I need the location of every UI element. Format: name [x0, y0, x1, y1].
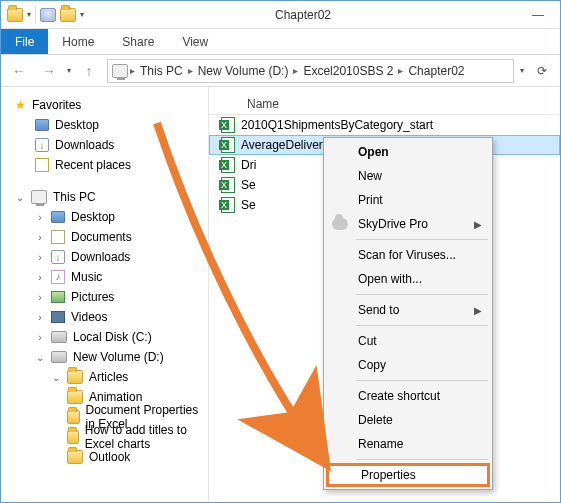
- menu-label: SkyDrive Pro: [358, 217, 428, 231]
- tree-item[interactable]: ›Videos: [5, 307, 204, 327]
- crumb-folder2[interactable]: Chapter02: [405, 64, 467, 78]
- menu-openwith[interactable]: Open with...: [326, 267, 490, 291]
- downloads-icon: ↓: [35, 138, 49, 152]
- star-icon: ★: [15, 98, 26, 112]
- menu-separator: [356, 459, 488, 460]
- menu-skydrive[interactable]: SkyDrive Pro ▶: [326, 212, 490, 236]
- pictures-icon: [51, 291, 65, 303]
- quick-access-toolbar: ▾ ▾: [1, 1, 90, 28]
- tab-home[interactable]: Home: [48, 29, 108, 54]
- column-name[interactable]: Name: [247, 97, 279, 111]
- tree-item[interactable]: Recent places: [5, 155, 204, 175]
- body: ★ Favorites Desktop ↓Downloads Recent pl…: [1, 87, 560, 502]
- excel-file-icon: [221, 177, 235, 193]
- new-folder-qat-icon[interactable]: [60, 8, 76, 22]
- menu-separator: [356, 294, 488, 295]
- column-header[interactable]: Name: [209, 93, 560, 115]
- tree-thispc[interactable]: ⌄ This PC: [5, 187, 204, 207]
- tree-item-newvolume[interactable]: ⌄New Volume (D:): [5, 347, 204, 367]
- file-name: 2010Q1ShipmentsByCategory_start: [241, 118, 433, 132]
- expand-icon[interactable]: ›: [35, 212, 45, 223]
- tab-share[interactable]: Share: [108, 29, 168, 54]
- breadcrumb-dropdown-icon[interactable]: ▾: [520, 66, 524, 75]
- file-row[interactable]: 2010Q1ShipmentsByCategory_start: [209, 115, 560, 135]
- desktop-icon: [35, 119, 49, 131]
- menu-shortcut[interactable]: Create shortcut: [326, 384, 490, 408]
- menu-properties[interactable]: Properties: [326, 463, 490, 487]
- expand-icon[interactable]: ›: [35, 272, 45, 283]
- desktop-icon: [51, 211, 65, 223]
- menu-scan[interactable]: Scan for Viruses...: [326, 243, 490, 267]
- file-name: Se: [241, 178, 256, 192]
- expand-icon[interactable]: ›: [35, 232, 45, 243]
- back-button[interactable]: ←: [7, 59, 31, 83]
- breadcrumb[interactable]: ▸ This PC ▸ New Volume (D:) ▸ Excel2010S…: [107, 59, 514, 83]
- explorer-window: ▾ ▾ Chapter02 — File Home Share View ← →…: [0, 0, 561, 503]
- folder-icon: [67, 430, 79, 444]
- qat-separator: [35, 6, 36, 24]
- titlebar: ▾ ▾ Chapter02 —: [1, 1, 560, 29]
- menu-separator: [356, 239, 488, 240]
- tree-item[interactable]: ›↓Downloads: [5, 247, 204, 267]
- excel-file-icon: [221, 157, 235, 173]
- up-button[interactable]: ↑: [77, 59, 101, 83]
- menu-separator: [356, 380, 488, 381]
- tree-item-articles[interactable]: ⌄Articles: [5, 367, 204, 387]
- properties-qat-icon[interactable]: [40, 8, 56, 22]
- submenu-arrow-icon: ▶: [474, 305, 482, 316]
- tree-item[interactable]: ›Pictures: [5, 287, 204, 307]
- tree-item[interactable]: ›Desktop: [5, 207, 204, 227]
- menu-sendto[interactable]: Send to ▶: [326, 298, 490, 322]
- tree-item[interactable]: How to add titles to Excel charts: [5, 427, 204, 447]
- file-name: Dri: [241, 158, 256, 172]
- expand-icon[interactable]: ⌄: [35, 352, 45, 363]
- window-title: Chapter02: [90, 8, 516, 22]
- pc-icon: [31, 190, 47, 204]
- tree-item[interactable]: ›Local Disk (C:): [5, 327, 204, 347]
- chevron-right-icon[interactable]: ▸: [293, 65, 298, 76]
- menu-delete[interactable]: Delete: [326, 408, 490, 432]
- music-icon: ♪: [51, 270, 65, 284]
- crumb-thispc[interactable]: This PC: [137, 64, 186, 78]
- refresh-button[interactable]: ⟳: [530, 59, 554, 83]
- expand-icon[interactable]: ›: [35, 292, 45, 303]
- tree-item[interactable]: Desktop: [5, 115, 204, 135]
- expand-icon[interactable]: ›: [35, 252, 45, 263]
- excel-file-icon: [221, 117, 235, 133]
- navigation-bar: ← → ▾ ↑ ▸ This PC ▸ New Volume (D:) ▸ Ex…: [1, 55, 560, 87]
- menu-label: Send to: [358, 303, 399, 317]
- crumb-drive[interactable]: New Volume (D:): [195, 64, 292, 78]
- expand-icon[interactable]: ⌄: [51, 372, 61, 383]
- app-folder-icon: [7, 8, 23, 22]
- menu-cut[interactable]: Cut: [326, 329, 490, 353]
- expand-icon[interactable]: ›: [35, 312, 45, 323]
- chevron-right-icon[interactable]: ▸: [188, 65, 193, 76]
- tree-favorites[interactable]: ★ Favorites: [5, 95, 204, 115]
- file-name: Se: [241, 198, 256, 212]
- chevron-right-icon[interactable]: ▸: [398, 65, 403, 76]
- file-tab[interactable]: File: [1, 29, 48, 54]
- expand-icon[interactable]: ⌄: [15, 192, 25, 203]
- pc-icon: [112, 64, 128, 78]
- menu-rename[interactable]: Rename: [326, 432, 490, 456]
- history-dropdown-icon[interactable]: ▾: [67, 66, 71, 75]
- minimize-button[interactable]: —: [516, 1, 560, 28]
- menu-print[interactable]: Print: [326, 188, 490, 212]
- menu-open[interactable]: Open: [326, 140, 490, 164]
- submenu-arrow-icon: ▶: [474, 219, 482, 230]
- qat-dropdown-icon[interactable]: ▾: [27, 10, 31, 19]
- menu-copy[interactable]: Copy: [326, 353, 490, 377]
- downloads-icon: ↓: [51, 250, 65, 264]
- qat-customize-icon[interactable]: ▾: [80, 10, 84, 19]
- tree-item[interactable]: ›♪Music: [5, 267, 204, 287]
- excel-file-icon: [221, 137, 235, 153]
- chevron-right-icon[interactable]: ▸: [130, 65, 135, 76]
- tree-item[interactable]: ›Documents: [5, 227, 204, 247]
- forward-button[interactable]: →: [37, 59, 61, 83]
- disk-icon: [51, 331, 67, 343]
- expand-icon[interactable]: ›: [35, 332, 45, 343]
- menu-new[interactable]: New: [326, 164, 490, 188]
- tab-view[interactable]: View: [168, 29, 222, 54]
- crumb-folder1[interactable]: Excel2010SBS 2: [300, 64, 396, 78]
- tree-item[interactable]: ↓Downloads: [5, 135, 204, 155]
